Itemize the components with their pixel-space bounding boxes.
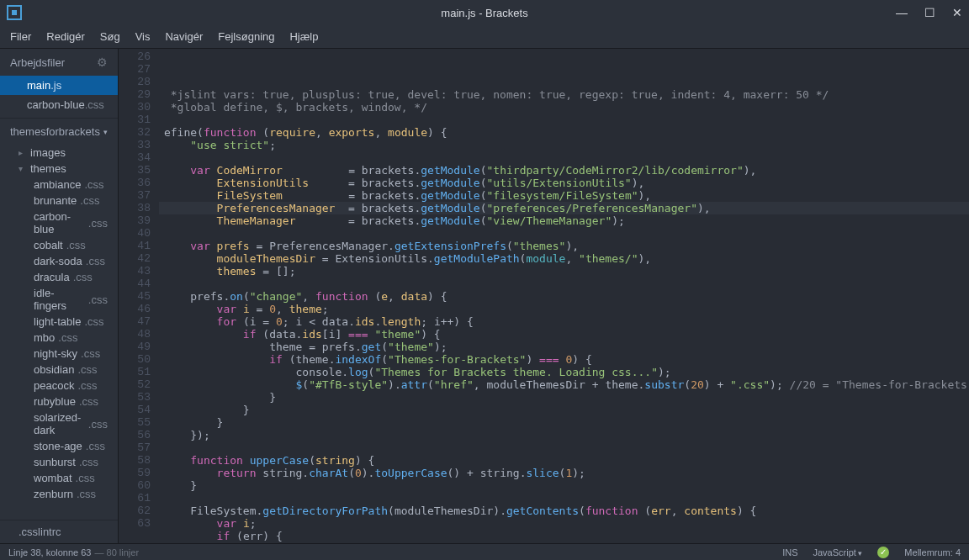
file-solarized-dark[interactable]: solarized-dark.css <box>0 409 118 438</box>
menu-filer[interactable]: Filer <box>10 30 31 43</box>
gutter: 26 27 28 29 30 31 32 33 34 35 36 37 38 3… <box>119 49 159 543</box>
project-name: themesforbrackets <box>10 125 100 138</box>
project-header[interactable]: themesforbrackets ▾ <box>0 118 118 145</box>
menu-redigér[interactable]: Redigér <box>46 30 85 43</box>
app-logo-icon <box>7 5 22 20</box>
code-area[interactable]: *jslint vars: true, plusplus: true, deve… <box>159 49 969 543</box>
insert-mode[interactable]: INS <box>782 547 797 557</box>
maximize-icon[interactable]: ☐ <box>924 6 935 19</box>
gear-icon[interactable]: ⚙ <box>97 55 108 69</box>
working-file-main[interactable]: main.js <box>0 76 118 95</box>
working-file-carbon-blue[interactable]: carbon-blue.css <box>0 95 118 114</box>
cursor-position[interactable]: Linje 38, kolonne 63 <box>8 547 91 557</box>
titlebar: main.js - Brackets — ☐ ✕ <box>0 0 969 25</box>
file-dracula[interactable]: dracula.css <box>0 269 118 285</box>
indent-selector[interactable]: Mellemrum: 4 <box>904 547 961 557</box>
minimize-icon[interactable]: — <box>896 6 908 19</box>
file-wombat[interactable]: wombat.css <box>0 470 118 486</box>
menu-vis[interactable]: Vis <box>135 30 151 43</box>
file-peacock[interactable]: peacock.css <box>0 378 118 394</box>
menu-navigér[interactable]: Navigér <box>165 30 203 43</box>
folder-images[interactable]: ▸images <box>0 145 118 161</box>
file-idle-fingers[interactable]: idle-fingers.css <box>0 285 118 314</box>
file-carbon-blue[interactable]: carbon-blue.css <box>0 209 118 237</box>
file-mbo[interactable]: mbo.css <box>0 330 118 346</box>
working-files-header: Arbejdsfiler ⚙ <box>0 49 118 76</box>
menu-søg[interactable]: Søg <box>100 30 120 43</box>
menubar: FilerRedigérSøgVisNavigérFejlsøgningHjæl… <box>0 25 969 49</box>
file-dark-soda[interactable]: dark-soda.css <box>0 253 118 269</box>
file-ambiance[interactable]: ambiance.css <box>0 177 118 193</box>
chevron-down-icon: ▾ <box>103 128 108 136</box>
caret-icon: ▾ <box>19 164 27 173</box>
sidebar: Arbejdsfiler ⚙ main.jscarbon-blue.css th… <box>0 49 119 543</box>
menu-hjælp[interactable]: Hjælp <box>289 30 318 43</box>
file-night-sky[interactable]: night-sky.css <box>0 346 118 362</box>
caret-icon: ▸ <box>19 148 27 157</box>
close-icon[interactable]: ✕ <box>952 6 962 19</box>
folder-themes[interactable]: ▾themes <box>0 161 118 177</box>
code-editor[interactable]: 26 27 28 29 30 31 32 33 34 35 36 37 38 3… <box>119 49 969 543</box>
language-selector[interactable]: JavaScript <box>813 547 862 557</box>
status-ok-icon[interactable]: ✓ <box>877 547 889 558</box>
menu-fejlsøgning[interactable]: Fejlsøgning <box>218 30 274 43</box>
window-title: main.js - Brackets <box>441 7 527 19</box>
file-rubyblue[interactable]: rubyblue.css <box>0 394 118 409</box>
file-light-table[interactable]: light-table.css <box>0 314 118 330</box>
file-stone-age[interactable]: stone-age.css <box>0 438 118 454</box>
file-sunburst[interactable]: sunburst.css <box>0 454 118 470</box>
file-cobalt[interactable]: cobalt.css <box>0 237 118 253</box>
file-tree: ▸images▾themesambiance.cssbrunante.cssca… <box>0 145 118 520</box>
working-files-label: Arbejdsfiler <box>10 56 65 69</box>
line-count: — 80 linjer <box>94 547 139 557</box>
file-brunante[interactable]: brunante.css <box>0 193 118 209</box>
file-obsidian[interactable]: obsidian.css <box>0 362 118 378</box>
statusbar: Linje 38, kolonne 63 — 80 linjer INS Jav… <box>0 543 969 560</box>
file-zenburn[interactable]: zenburn.css <box>0 486 118 502</box>
sidebar-footer-file[interactable]: .csslintrc <box>0 520 118 543</box>
